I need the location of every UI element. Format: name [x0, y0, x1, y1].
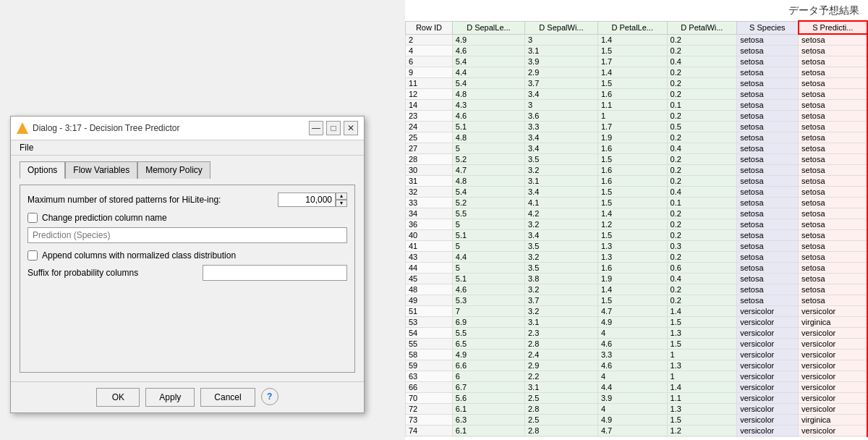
append-cols-checkbox[interactable]: [27, 250, 38, 261]
table-cell: setosa: [737, 295, 799, 306]
table-cell: 0.6: [667, 263, 737, 274]
table-cell: setosa: [737, 230, 799, 241]
warning-icon: [17, 122, 28, 134]
table-cell: 1.3: [667, 360, 737, 371]
max-patterns-input[interactable]: [278, 192, 336, 207]
table-cell: 1.2: [667, 426, 737, 436]
table-cell: setosa: [799, 165, 867, 176]
table-cell: 40: [406, 230, 453, 241]
table-cell: 3.2: [524, 284, 597, 295]
spinner-down[interactable]: ▾: [336, 200, 347, 207]
table-cell: 1.3: [597, 241, 667, 252]
table-cell: 4.8: [452, 176, 524, 187]
table-cell: setosa: [799, 78, 867, 89]
table-cell: versicolor: [737, 371, 799, 382]
table-cell: 70: [406, 393, 453, 404]
table-row: 245.13.31.70.5setosasetosa: [406, 122, 868, 132]
table-row: 4153.51.30.3setosasetosa: [406, 241, 868, 252]
table-cell: versicolor: [799, 328, 867, 339]
table-cell: 3.1: [524, 317, 597, 328]
data-table-wrapper[interactable]: Row IDD SepalLe...D SepalWi...D PetalLe.…: [405, 20, 868, 437]
cancel-button[interactable]: Cancel: [200, 388, 255, 407]
maximize-button[interactable]: □: [326, 121, 341, 135]
table-cell: 74: [406, 426, 453, 436]
dialog-menu: File: [11, 140, 364, 156]
table-cell: versicolor: [737, 404, 799, 415]
max-patterns-row: Maximum number of stored patterns for Hi…: [27, 192, 347, 207]
table-cell: setosa: [799, 274, 867, 284]
table-cell: setosa: [799, 176, 867, 187]
table-row: 434.43.21.30.2setosasetosa: [406, 252, 868, 263]
table-cell: 3: [524, 100, 597, 111]
table-cell: setosa: [799, 295, 867, 306]
table-cell: versicolor: [737, 350, 799, 360]
help-button[interactable]: ?: [261, 388, 278, 405]
table-cell: setosa: [737, 274, 799, 284]
change-pred-col-checkbox[interactable]: [27, 213, 38, 223]
dialog-body: Options Flow Variables Memory Policy Max…: [11, 156, 364, 381]
table-cell: 0.2: [667, 295, 737, 306]
table-cell: 0.2: [667, 230, 737, 241]
table-cell: 1.1: [667, 393, 737, 404]
tab-flow-variables[interactable]: Flow Variables: [65, 161, 137, 179]
table-cell: 2.5: [524, 415, 597, 426]
table-cell: 6.6: [452, 360, 524, 371]
table-cell: 3.9: [597, 393, 667, 404]
table-cell: 48: [406, 284, 453, 295]
table-cell: 0.2: [667, 46, 737, 56]
table-cell: 9: [406, 67, 453, 78]
table-cell: 1: [667, 350, 737, 360]
table-cell: setosa: [737, 198, 799, 208]
table-cell: 4.9: [597, 415, 667, 426]
tab-memory-policy[interactable]: Memory Policy: [137, 161, 210, 179]
table-cell: 4.4: [452, 67, 524, 78]
table-cell: versicolor: [799, 339, 867, 350]
dialog-title-text: Dialog - 3:17 - Decision Tree Predictor: [33, 123, 179, 133]
minimize-button[interactable]: —: [309, 121, 323, 135]
apply-button[interactable]: Apply: [145, 388, 195, 407]
table-cell: 1.3: [667, 328, 737, 339]
suffix-input[interactable]: [203, 265, 347, 281]
table-cell: 34: [406, 208, 453, 219]
table-cell: 0.5: [667, 122, 737, 132]
table-cell: 2.3: [524, 328, 597, 339]
table-cell: 1.5: [597, 187, 667, 198]
table-cell: 0.2: [667, 165, 737, 176]
table-cell: setosa: [737, 111, 799, 122]
table-cell: setosa: [737, 143, 799, 154]
table-cell: 1.4: [597, 284, 667, 295]
table-cell: 6.5: [452, 339, 524, 350]
table-cell: 6.3: [452, 415, 524, 426]
tab-options[interactable]: Options: [20, 161, 65, 179]
dialog-window: Dialog - 3:17 - Decision Tree Predictor …: [10, 116, 365, 413]
spinner-up[interactable]: ▴: [336, 192, 347, 200]
table-cell: 1.5: [597, 46, 667, 56]
table-cell: setosa: [737, 252, 799, 263]
table-cell: 5.2: [452, 154, 524, 165]
table-cell: 6.6: [452, 436, 524, 438]
table-cell: 4: [597, 328, 667, 339]
table-row: 766.634.41.4versicolorversicolor: [406, 436, 868, 438]
close-button[interactable]: ✕: [344, 121, 358, 135]
table-row: 556.52.84.61.5versicolorversicolor: [406, 339, 868, 350]
table-cell: 3.1: [524, 46, 597, 56]
table-cell: 63: [406, 371, 453, 382]
table-cell: 41: [406, 241, 453, 252]
table-cell: versicolor: [737, 328, 799, 339]
table-cell: 4: [597, 404, 667, 415]
table-row: 2753.41.60.4setosasetosa: [406, 143, 868, 154]
table-cell: 0.2: [667, 34, 737, 46]
table-cell: 1.7: [597, 122, 667, 132]
table-cell: setosa: [799, 154, 867, 165]
table-row: 3653.21.20.2setosasetosa: [406, 219, 868, 230]
table-cell: setosa: [737, 241, 799, 252]
pred-col-name-input[interactable]: [27, 227, 347, 243]
dialog-tabs: Options Flow Variables Memory Policy: [20, 161, 355, 179]
table-cell: virginica: [799, 415, 867, 426]
table-cell: 1.4: [597, 208, 667, 219]
ok-button[interactable]: OK: [96, 388, 140, 407]
table-cell: 3.2: [524, 165, 597, 176]
menu-file[interactable]: File: [17, 141, 36, 154]
table-cell: 33: [406, 198, 453, 208]
table-row: 746.12.84.71.2versicolorversicolor: [406, 426, 868, 436]
